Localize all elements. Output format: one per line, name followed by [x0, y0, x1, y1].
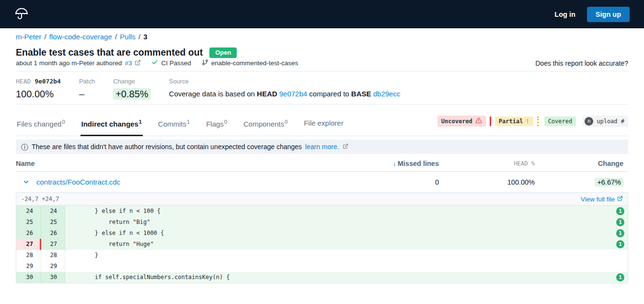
codecov-logo-icon[interactable] [14, 7, 29, 22]
diff-viewer: -24,7 +24,7 View full file 24 24 } else … [16, 192, 628, 283]
old-line-number: 28 [16, 250, 41, 261]
new-line-number: 27 [41, 239, 65, 250]
signup-button[interactable]: Sign up [587, 7, 630, 22]
warning-triangle-icon [475, 117, 482, 125]
upload-count-circle: n [585, 117, 593, 126]
learn-more-link[interactable]: learn more. [305, 143, 339, 151]
table-header: Name ↓Missed lines HEAD % Change [16, 154, 628, 172]
new-line-number: 26 [41, 228, 65, 239]
source-head-word: HEAD [257, 90, 277, 98]
source-label: Source [169, 78, 401, 85]
new-line-number: 24 [41, 206, 65, 217]
source-text-1: Coverage data is based on [169, 90, 257, 98]
old-line-number: 24 [16, 206, 41, 217]
code-text [65, 261, 616, 272]
source-stat: Source Coverage data is based on HEAD 9e… [169, 78, 401, 100]
code-text: } else if n < 1000 { [65, 228, 616, 239]
source-base-word: BASE [351, 90, 371, 98]
table-body: contracts/FooContract.cdc 0 100.00% +6.6… [16, 172, 628, 192]
legend-partial-chip: Partial ! [495, 117, 533, 126]
code-text: if self.specialNumbers.containsKey(n) { [65, 272, 616, 283]
missed-lines-value: 0 [362, 178, 444, 186]
authored-text: about 1 month ago m-Peter authored [16, 59, 122, 67]
login-link[interactable]: Log in [554, 11, 575, 18]
view-full-file-link[interactable]: View full file [581, 196, 623, 203]
tab[interactable]: Indirect changes1 [80, 111, 143, 136]
patch-value: – [79, 88, 95, 100]
divider [16, 104, 628, 105]
legend-uncovered-chip: Uncovered [437, 116, 486, 127]
column-header-missed-lines[interactable]: ↓Missed lines [362, 160, 444, 167]
check-icon [151, 59, 158, 67]
page-title: Enable test cases that are commented out [16, 47, 203, 58]
source-base-sha-link[interactable]: db29ecc [373, 90, 401, 98]
tab[interactable]: Components0 [242, 111, 288, 136]
diff-lines: 24 24 } else if n < 100 { 1 25 25 return… [16, 206, 628, 283]
new-line-number: 29 [41, 261, 65, 272]
diff-line: 25 25 return "Big" 1 [16, 217, 628, 228]
old-line-number: 26 [16, 228, 41, 239]
breadcrumb-link[interactable]: m-Peter [16, 33, 41, 41]
banner-text: These are files that didn't have author … [32, 143, 302, 151]
diff-line: 24 24 } else if n < 100 { 1 [16, 206, 628, 217]
change-value: +0.85% [113, 88, 150, 100]
info-banner: ⓘ These are files that didn't have autho… [16, 140, 628, 154]
tab-bar: Files changed0Indirect changes1Commits1F… [16, 111, 345, 136]
external-link-icon [617, 196, 623, 203]
new-line-number: 28 [41, 250, 65, 261]
diff-line: 29 29 [16, 261, 628, 272]
external-link-icon[interactable] [343, 143, 348, 151]
tab[interactable]: Flags0 [205, 111, 228, 136]
code-text: return "Huge" [65, 239, 616, 250]
new-line-number: 25 [41, 217, 65, 228]
breadcrumb-link[interactable]: Pulls [120, 33, 136, 41]
uncovered-bar [490, 117, 491, 126]
chevron-down-icon[interactable] [23, 178, 30, 186]
head-sha: 9e072b4 [34, 78, 61, 85]
breadcrumb-current: 3 [143, 33, 147, 41]
column-header-change[interactable]: Change [540, 160, 628, 167]
external-link-icon[interactable] [135, 59, 141, 67]
pr-number-link[interactable]: #3 [125, 59, 132, 67]
sort-desc-icon: ↓ [393, 160, 396, 167]
upload-count-badge[interactable]: 1 [616, 229, 624, 237]
source-head-sha-link[interactable]: 9e072b4 [279, 90, 307, 98]
patch-label: Patch [79, 78, 95, 85]
old-line-number: 29 [16, 261, 41, 272]
old-line-number: 30 [16, 272, 41, 283]
legend-partial-label: Partial [499, 118, 523, 125]
head-label: HEAD [16, 78, 31, 85]
breadcrumb: m-Peter / flow-code-coverage / Pulls / 3 [0, 28, 644, 41]
breadcrumb-separator: / [136, 33, 144, 41]
branch-name: enable-commented-test-cases [211, 59, 299, 67]
git-branch-icon [202, 59, 208, 67]
partial-mark: ! [526, 118, 529, 125]
breadcrumb-link[interactable]: flow-code-coverage [49, 33, 112, 41]
diff-line: 27 27 return "Huge" 1 [16, 239, 628, 250]
change-stat: Change +0.85% [113, 78, 150, 100]
file-name-link[interactable]: contracts/FooContract.cdc [36, 178, 120, 186]
code-text: } else if n < 100 { [65, 206, 616, 217]
column-header-head-percent[interactable]: HEAD % [444, 160, 540, 167]
hunk-header: -24,7 +24,7 [21, 196, 59, 202]
head-coverage-stat: HEAD 9e072b4 100.00% [16, 78, 61, 100]
old-line-number: 27 [16, 239, 41, 250]
report-accuracy-link[interactable]: Does this report look accurate? [535, 59, 628, 67]
diff-line: 28 28 } [16, 250, 628, 261]
top-navbar: Log in Sign up [0, 0, 644, 28]
upload-count-badge[interactable]: 1 [616, 218, 624, 226]
head-coverage-value: 100.00% [16, 88, 61, 100]
diff-header: -24,7 +24,7 View full file [16, 193, 628, 206]
change-value: +6.67% [540, 178, 628, 186]
upload-count-badge[interactable]: 1 [616, 207, 624, 215]
tab[interactable]: Files changed0 [16, 111, 66, 136]
upload-count-badge[interactable]: 1 [616, 273, 624, 281]
legend-uncovered-label: Uncovered [441, 118, 472, 125]
tab[interactable]: Commits1 [157, 111, 191, 136]
upload-count-badge[interactable]: 1 [616, 240, 624, 248]
patch-stat: Patch – [79, 78, 95, 100]
tab[interactable]: File explorer [303, 111, 345, 136]
code-text: return "Big" [65, 217, 616, 228]
column-header-name[interactable]: Name [16, 160, 362, 167]
source-description: Coverage data is based on HEAD 9e072b4 c… [169, 88, 401, 100]
